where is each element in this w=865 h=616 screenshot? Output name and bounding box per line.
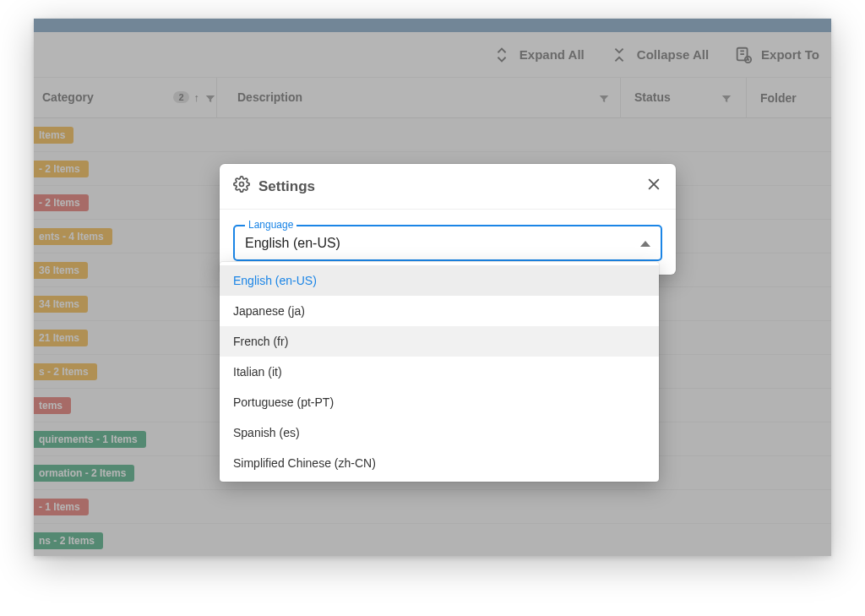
language-option[interactable]: Italian (it) <box>220 357 659 387</box>
gear-icon <box>233 176 250 197</box>
language-field-label: Language <box>245 219 296 231</box>
dialog-title: Settings <box>258 178 315 195</box>
svg-point-4 <box>240 183 244 187</box>
language-option[interactable]: Spanish (es) <box>220 417 659 448</box>
caret-up-icon <box>640 241 650 247</box>
language-select[interactable]: Language English (en-US) <box>233 225 662 261</box>
language-selected-value: English (en-US) <box>245 236 340 251</box>
language-option[interactable]: Japanese (ja) <box>220 296 659 326</box>
language-option[interactable]: Simplified Chinese (zh-CN) <box>220 448 659 478</box>
language-option[interactable]: French (fr) <box>220 326 659 357</box>
close-icon[interactable] <box>645 176 662 197</box>
app-viewport: Expand All Collapse All Export To <box>34 19 831 556</box>
language-option[interactable]: English (en-US) <box>220 265 659 296</box>
language-options-list: English (en-US)Japanese (ja)French (fr)I… <box>220 262 659 482</box>
language-option[interactable]: Portuguese (pt-PT) <box>220 387 659 417</box>
dialog-header: Settings <box>220 164 676 210</box>
settings-dialog: Settings Language English (en-US) <box>220 164 676 275</box>
